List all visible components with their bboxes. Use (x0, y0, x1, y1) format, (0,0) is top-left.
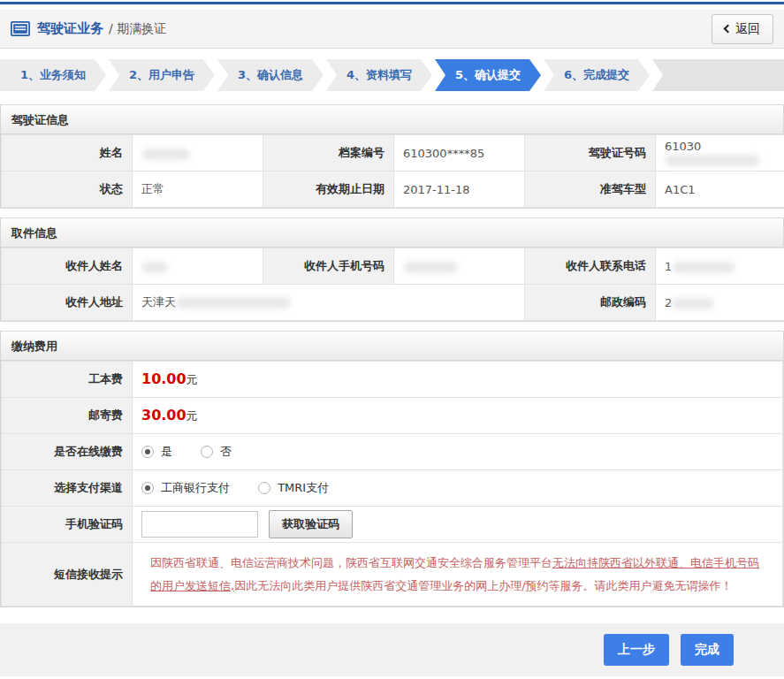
channel-options: 工商银行支付 TMRI支付 (133, 470, 783, 507)
sms-notice-cell: 因陕西省联通、电信运营商技术问题，陕西省互联网交通安全综合服务管理平台无法向持陕… (133, 543, 783, 607)
field-value: 61030 (665, 140, 701, 153)
mobile-label: 收件人手机号码 (263, 248, 394, 285)
table-row: 姓名 档案编号 610300****85 驾驶证号码 61030 (2, 135, 784, 172)
radio-channel-icbc[interactable]: 工商银行支付 (141, 480, 230, 496)
field-label: 收件人地址 (65, 295, 123, 309)
radio-channel-tmri[interactable]: TMRI支付 (258, 480, 329, 496)
step-5-active: 5、确认提交 (435, 59, 541, 91)
fee-unit: 元 (186, 373, 198, 386)
field-value: 天津天 (141, 295, 176, 309)
vehicle-value: A1C1 (656, 172, 784, 208)
field-label: 选择支付渠道 (54, 481, 123, 494)
radio-selected-icon (141, 446, 154, 458)
file-no-value: 610300****85 (394, 135, 525, 172)
field-value: 2017-11-18 (403, 183, 470, 196)
field-label: 邮寄费 (88, 408, 123, 422)
postal-label: 邮政编码 (525, 285, 656, 321)
pickup-info-title: 取件信息 (1, 218, 783, 248)
action-footer: 上一步 完成 (0, 623, 784, 676)
sms-code-cell: 获取验证码 (133, 507, 783, 543)
finish-button[interactable]: 完成 (681, 634, 734, 666)
back-button-label: 返回 (735, 21, 760, 37)
table-row: 收件人地址 天津天 邮政编码 2 (2, 285, 784, 321)
payment-panel: 缴纳费用 工本费 10.00元 邮寄费 30.00元 是否在线缴费 是 否 (0, 331, 784, 607)
payment-title: 缴纳费用 (1, 332, 783, 361)
field-label: 收件人姓名 (65, 259, 123, 272)
step-1: 1、业务须知 (0, 59, 106, 91)
sms-notice-text: 因陕西省联通、电信运营商技术问题，陕西省互联网交通安全综合服务管理平台无法向持陕… (141, 544, 782, 606)
notice-segment: 因陕西省联通、电信运营商技术问题，陕西省互联网交通安全综合服务管理平台 (150, 556, 552, 569)
page: 驾驶证业务 / 期满换证 返回 1、业务须知 2、用户申告 3、确认信息 4、资… (0, 2, 784, 679)
previous-step-button[interactable]: 上一步 (604, 634, 669, 666)
status-label: 状态 (2, 172, 133, 208)
main-content: 驾驶证信息 姓名 档案编号 610300****85 驾驶证号码 61030 状… (0, 104, 784, 607)
field-value: 2 (665, 296, 672, 309)
field-value: A1C1 (665, 183, 696, 196)
fee-value: 10.00元 (133, 362, 783, 398)
field-label: 姓名 (100, 146, 123, 159)
redacted-value (141, 262, 168, 273)
sms-code-label: 手机验证码 (2, 507, 133, 543)
sms-code-input[interactable] (141, 511, 258, 538)
redacted-value (403, 262, 458, 273)
status-value: 正常 (133, 172, 263, 208)
contact-value: 1 (656, 248, 784, 285)
fee-amount: 30.00 (141, 407, 186, 423)
redacted-value (665, 155, 760, 166)
chevron-left-icon (724, 25, 733, 34)
steps-filler (652, 59, 784, 91)
radio-selected-icon (141, 482, 154, 494)
pickup-info-table: 收件人姓名 收件人手机号码 收件人联系电话 1 收件人地址 天津天 邮政编码 2 (1, 248, 784, 321)
expiry-label: 有效期止日期 (263, 172, 394, 208)
notice-segment: 因此无法向此类用户提供陕西省交通管理业务的网上办理/预约等服务。请此类用户避免无… (234, 579, 732, 592)
steps-bar: 1、业务须知 2、用户申告 3、确认信息 4、资料填写 5、确认提交 6、完成提… (0, 59, 784, 91)
online-pay-label: 是否在线缴费 (2, 434, 133, 470)
redacted-value (672, 262, 735, 273)
pickup-info-panel: 取件信息 收件人姓名 收件人手机号码 收件人联系电话 1 收件人地址 天津天 邮… (0, 217, 784, 322)
recipient-label: 收件人姓名 (2, 248, 133, 285)
radio-online-yes[interactable]: 是 (141, 444, 172, 460)
radio-label: 工商银行支付 (161, 480, 230, 496)
redacted-value (141, 149, 190, 160)
step-2: 2、用户申告 (109, 59, 215, 91)
license-info-table: 姓名 档案编号 610300****85 驾驶证号码 61030 状态 正常 有… (1, 134, 784, 208)
field-value: 1 (665, 260, 672, 273)
step-label: 5、确认提交 (455, 67, 521, 83)
back-button[interactable]: 返回 (712, 14, 773, 44)
field-label: 邮政编码 (600, 295, 646, 309)
app-header: 驾驶证业务 / 期满换证 返回 (0, 10, 784, 49)
fee-label: 工本费 (2, 362, 133, 398)
table-row: 手机验证码 获取验证码 (2, 507, 783, 543)
field-value: 正常 (141, 182, 164, 195)
get-code-button[interactable]: 获取验证码 (269, 510, 353, 538)
license-info-title: 驾驶证信息 (1, 105, 783, 134)
license-no-value: 61030 (656, 135, 784, 172)
radio-unselected-icon (258, 482, 270, 494)
redacted-value (176, 297, 291, 309)
postal-value: 2 (656, 285, 784, 321)
field-label: 档案编号 (339, 146, 384, 159)
radio-online-no[interactable]: 否 (201, 444, 232, 460)
expiry-value: 2017-11-18 (394, 172, 525, 208)
online-pay-options: 是 否 (133, 434, 783, 470)
table-row: 选择支付渠道 工商银行支付 TMRI支付 (2, 470, 783, 507)
step-label: 3、确认信息 (238, 67, 303, 83)
step-3: 3、确认信息 (217, 59, 323, 91)
field-label: 驾驶证号码 (589, 146, 646, 159)
recipient-value (133, 248, 263, 285)
radio-unselected-icon (201, 446, 213, 458)
address-label: 收件人地址 (2, 285, 133, 321)
table-row: 收件人姓名 收件人手机号码 收件人联系电话 1 (2, 248, 784, 285)
step-label: 6、完成提交 (564, 67, 629, 83)
fee-unit: 元 (186, 409, 198, 423)
table-row: 短信接收提示 因陕西省联通、电信运营商技术问题，陕西省互联网交通安全综合服务管理… (2, 543, 783, 607)
redacted-value (672, 298, 714, 309)
fee-amount: 10.00 (141, 370, 186, 387)
channel-label: 选择支付渠道 (2, 470, 133, 507)
address-value: 天津天 (133, 285, 525, 321)
mobile-value (394, 248, 525, 285)
sms-notice-label: 短信接收提示 (2, 543, 133, 607)
field-label: 收件人手机号码 (304, 259, 384, 272)
field-label: 短信接收提示 (54, 568, 123, 581)
radio-label: 是 (161, 444, 172, 460)
